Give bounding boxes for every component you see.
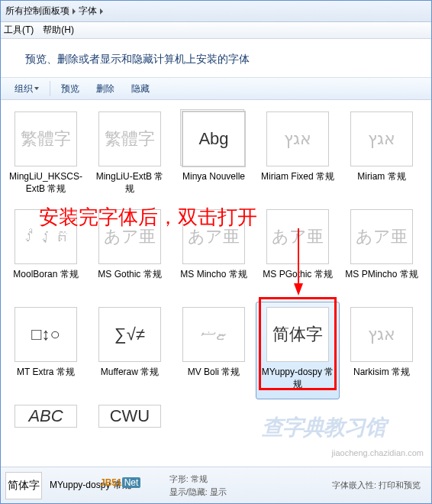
font-label: MingLiU-ExtB 常规 xyxy=(92,171,168,195)
font-label: MS PGothic 常规 xyxy=(263,269,332,281)
font-preview-icon: אגץ xyxy=(350,307,413,362)
font-item[interactable]: あア亜MS PGothic 常规 xyxy=(256,204,340,302)
font-preview-icon: אגץ xyxy=(350,111,413,166)
font-preview-icon: 繁體字 xyxy=(98,111,161,166)
font-label: MT Extra 常规 xyxy=(17,367,75,379)
font-item[interactable]: 繁體字MingLiU_HKSCS-ExtB 常规 xyxy=(4,106,88,204)
watermark-url: jiaocheng.chazidian.com xyxy=(332,448,424,457)
status-font-name: MYuppy-dospy 常规 xyxy=(50,479,131,492)
font-preview-icon: Abg xyxy=(182,111,245,166)
status-preview-icon: 简体字 xyxy=(5,472,42,499)
font-preview-icon: វរ្ត xyxy=(15,209,77,264)
delete-button[interactable]: 删除 xyxy=(90,80,121,98)
page-title: 预览、删除或者显示和隐藏计算机上安装的字体 xyxy=(25,53,250,65)
page-header: 预览、删除或者显示和隐藏计算机上安装的字体 xyxy=(1,39,431,77)
dropdown-arrow-icon xyxy=(34,87,39,90)
font-grid-container: 繁體字MingLiU_HKSCS-ExtB 常规繁體字MingLiU-ExtB … xyxy=(1,100,431,436)
font-label: Miriam Fixed 常规 xyxy=(261,171,334,183)
font-preview-icon: あア亜 xyxy=(98,209,161,264)
status-style: 字形: 常规 xyxy=(169,473,227,485)
font-grid: 繁體字MingLiU_HKSCS-ExtB 常规繁體字MingLiU-ExtB … xyxy=(4,106,428,430)
menu-tools[interactable]: 工具(T) xyxy=(4,24,34,37)
font-item[interactable]: ∑√≠Mufferaw 常规 xyxy=(88,302,172,399)
menu-help[interactable]: 帮助(H) xyxy=(43,24,74,37)
font-label: MoolBoran 常规 xyxy=(13,269,78,281)
font-item[interactable]: 简体字MYuppy-dospy 常规 xyxy=(256,302,340,399)
font-item[interactable]: CWU xyxy=(88,399,172,430)
font-item[interactable]: ޏޟMV Boli 常规 xyxy=(172,302,256,399)
status-bar: 简体字 MYuppy-dospy 常规 字形: 常规 显示/隐藏: 显示 字体嵌… xyxy=(1,467,431,503)
font-label: MingLiU_HKSCS-ExtB 常规 xyxy=(8,171,84,195)
font-item[interactable]: あア亜MS Gothic 常规 xyxy=(88,204,172,302)
font-label: Mufferaw 常规 xyxy=(101,367,159,379)
font-preview-icon: אגץ xyxy=(266,111,329,166)
font-item[interactable]: אגץNarkisim 常规 xyxy=(340,302,424,399)
font-preview-icon: 简体字 xyxy=(266,307,329,362)
status-show-hide: 显示/隐藏: 显示 xyxy=(169,486,227,498)
hide-button[interactable]: 隐藏 xyxy=(125,80,156,98)
menu-bar: 工具(T) 帮助(H) xyxy=(1,22,431,39)
font-item[interactable]: אגץMiriam Fixed 常规 xyxy=(256,106,340,204)
font-preview-icon: 繁體字 xyxy=(15,111,77,166)
font-label: Miriam 常规 xyxy=(357,171,405,183)
font-item[interactable]: □↕○MT Extra 常规 xyxy=(4,302,88,399)
font-preview-icon: CWU xyxy=(98,405,161,428)
font-label: MS PMincho 常规 xyxy=(345,269,417,281)
organize-button[interactable]: 组织 xyxy=(8,80,45,98)
font-label: Minya Nouvelle xyxy=(182,171,245,183)
font-preview-icon: あア亜 xyxy=(350,209,413,264)
font-preview-icon: □↕○ xyxy=(15,307,77,362)
font-item[interactable]: אגץMiriam 常规 xyxy=(340,106,424,204)
font-label: Narkisim 常规 xyxy=(353,367,410,379)
font-item[interactable]: វរ្តMoolBoran 常规 xyxy=(4,204,88,302)
font-preview-icon: あア亜 xyxy=(182,209,245,264)
font-preview-icon: ∑√≠ xyxy=(98,307,161,362)
status-embed: 字体嵌入性: 打印和预览 xyxy=(332,480,421,491)
font-item[interactable]: AbgMinya Nouvelle xyxy=(172,106,256,204)
font-preview-icon: あア亜 xyxy=(266,209,329,264)
breadcrumb-bar: 所有控制面板项 字体 xyxy=(1,1,431,22)
font-preview-icon: ޏޟ xyxy=(182,307,245,362)
font-label: MV Boli 常规 xyxy=(188,367,240,379)
font-item[interactable]: あア亜MS Mincho 常规 xyxy=(172,204,256,302)
toolbar: 组织 预览 删除 隐藏 xyxy=(1,77,431,100)
chevron-right-icon[interactable] xyxy=(100,8,103,15)
font-item[interactable]: ABC xyxy=(4,399,88,430)
separator xyxy=(50,81,50,96)
breadcrumb-item[interactable]: 字体 xyxy=(79,5,97,18)
font-preview-icon: ABC xyxy=(15,405,77,428)
font-item[interactable]: 繁體字MingLiU-ExtB 常规 xyxy=(88,106,172,204)
chevron-right-icon[interactable] xyxy=(73,8,76,15)
font-label: MS Mincho 常规 xyxy=(180,269,247,281)
font-label: MYuppy-dospy 常规 xyxy=(260,367,336,390)
breadcrumb-item[interactable]: 所有控制面板项 xyxy=(5,5,69,18)
font-item[interactable]: あア亜MS PMincho 常规 xyxy=(340,204,424,302)
font-label: MS Gothic 常规 xyxy=(98,269,161,281)
preview-button[interactable]: 预览 xyxy=(55,80,85,98)
